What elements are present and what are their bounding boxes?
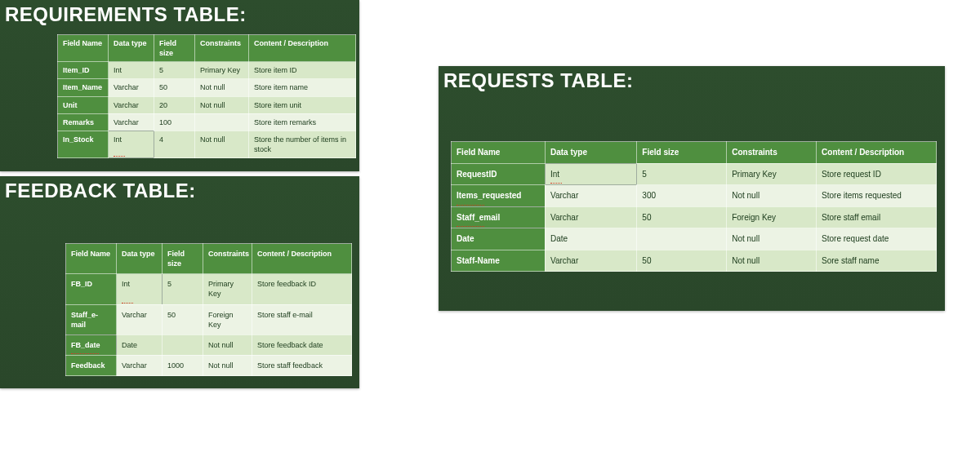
column-header: Constraints [195, 35, 249, 62]
cell-field-size: 1000 [163, 355, 203, 375]
cell-field-name: Unit [58, 96, 109, 113]
cell-field-size: 50 [637, 250, 727, 272]
feedback-panel: FEEDBACK TABLE: Field NameData typeField… [0, 176, 359, 388]
cell-field-size [163, 334, 203, 355]
cell-field-name: Feedback [66, 355, 117, 375]
cell-field-name: Staff_email [452, 206, 546, 228]
table-row: UnitVarchar20Not nullStore item unit [58, 96, 356, 113]
cell-field-name: Staff_e-mail [66, 304, 117, 334]
cell-field-size: 5 [163, 274, 203, 304]
requests-title: REQUESTS TABLE: [439, 66, 945, 100]
cell-field-size: 50 [163, 304, 203, 334]
cell-field-size: 300 [637, 185, 727, 207]
cell-constraints: Primary Key [727, 163, 817, 185]
cell-constraints: Foreign Key [727, 206, 817, 228]
table-header-row: Field NameData typeField sizeConstraints… [58, 35, 356, 62]
cell-data-type: Varchar [109, 113, 154, 131]
cell-constraints: Not null [203, 355, 252, 375]
cell-field-name: FB_date [66, 334, 117, 355]
cell-constraints: Not null [727, 185, 817, 207]
cell-field-name: FB_ID [66, 274, 117, 304]
cell-description: Store staff feedback [252, 355, 352, 375]
feedback-table: Field NameData typeField sizeConstraints… [65, 243, 352, 376]
table-row: Staff-NameVarchar50Not nullSore staff na… [452, 250, 937, 272]
column-header: Field size [637, 142, 727, 164]
cell-data-type: Varchar [109, 96, 154, 113]
cell-constraints: Not null [195, 79, 249, 96]
cell-data-type: Date [545, 228, 636, 250]
cell-constraints: Not null [727, 228, 817, 250]
table-row: FB_IDInt5Primary KeyStore feedback ID [66, 274, 352, 304]
cell-description: Sore staff name [817, 250, 937, 272]
cell-description: Store request date [817, 228, 937, 250]
column-header: Data type [109, 35, 154, 62]
cell-field-name: Item_ID [58, 62, 109, 79]
cell-data-type: Int [117, 274, 163, 304]
cell-description: Store feedback ID [252, 274, 352, 304]
column-header: Content / Description [252, 244, 352, 274]
column-header: Constraints [203, 244, 252, 274]
cell-data-type: Date [117, 334, 163, 355]
cell-data-type: Int [109, 131, 154, 157]
table-row: DateDateNot nullStore request date [452, 228, 937, 250]
requirements-table: Field NameData typeField sizeConstraints… [57, 34, 356, 158]
column-header: Field Name [452, 142, 546, 164]
cell-description: Store item unit [249, 96, 356, 113]
cell-constraints: Not null [195, 131, 249, 157]
cell-data-type: Varchar [545, 185, 636, 207]
cell-field-size: 100 [154, 113, 195, 131]
table-header-row: Field NameData typeField sizeConstraints… [66, 244, 352, 274]
cell-data-type: Varchar [545, 206, 636, 228]
table-row: RequestIDInt5Primary KeyStore request ID [452, 163, 937, 185]
cell-constraints: Primary Key [203, 274, 252, 304]
cell-constraints: Not null [195, 96, 249, 113]
table-row: RemarksVarchar100Store item remarks [58, 113, 356, 131]
cell-description: Store staff email [817, 206, 937, 228]
cell-description: Store item remarks [249, 113, 356, 131]
cell-field-name: Item_Name [58, 79, 109, 96]
cell-data-type: Varchar [109, 79, 154, 96]
cell-field-size: 50 [637, 206, 727, 228]
table-row: Item_IDInt5Primary KeyStore item ID [58, 62, 356, 79]
table-header-row: Field NameData typeField sizeConstraints… [452, 142, 937, 164]
cell-field-name: RequestID [452, 163, 546, 185]
cell-field-size: 4 [154, 131, 195, 157]
cell-field-size: 5 [154, 62, 195, 79]
cell-constraints [195, 113, 249, 131]
cell-data-type: Varchar [545, 250, 636, 272]
cell-field-name: Remarks [58, 113, 109, 131]
cell-field-name: Date [452, 228, 546, 250]
cell-data-type: Int [545, 163, 636, 185]
cell-data-type: Int [109, 62, 154, 79]
cell-constraints: Not null [727, 250, 817, 272]
cell-field-name: Staff-Name [452, 250, 546, 272]
column-header: Content / Description [249, 35, 356, 62]
table-row: FeedbackVarchar1000Not nullStore staff f… [66, 355, 352, 375]
cell-description: Store items requested [817, 185, 937, 207]
requirements-title: REQUIREMENTS TABLE: [0, 0, 359, 34]
table-row: Item_NameVarchar50Not nullStore item nam… [58, 79, 356, 96]
cell-field-name: In_Stock [58, 131, 109, 157]
requests-table: Field NameData typeField sizeConstraints… [451, 141, 937, 272]
table-row: Staff_e-mailVarchar50Foreign KeyStore st… [66, 304, 352, 334]
cell-description: Store feedback date [252, 334, 352, 355]
column-header: Field size [154, 35, 195, 62]
cell-field-size: 20 [154, 96, 195, 113]
requests-panel: REQUESTS TABLE: Field NameData typeField… [439, 66, 945, 311]
table-row: FB_dateDateNot nullStore feedback date [66, 334, 352, 355]
cell-description: Store request ID [817, 163, 937, 185]
cell-data-type: Varchar [117, 304, 163, 334]
column-header: Constraints [727, 142, 817, 164]
column-header: Field Name [58, 35, 109, 62]
column-header: Field size [163, 244, 203, 274]
cell-field-name: Items_requested [452, 185, 546, 207]
cell-field-size: 5 [637, 163, 727, 185]
column-header: Data type [545, 142, 636, 164]
cell-data-type: Varchar [117, 355, 163, 375]
table-row: In_StockInt4Not nullStore the number of … [58, 131, 356, 157]
column-header: Content / Description [817, 142, 937, 164]
cell-constraints: Not null [203, 334, 252, 355]
feedback-title: FEEDBACK TABLE: [0, 176, 359, 210]
cell-constraints: Foreign Key [203, 304, 252, 334]
column-header: Field Name [66, 244, 117, 274]
